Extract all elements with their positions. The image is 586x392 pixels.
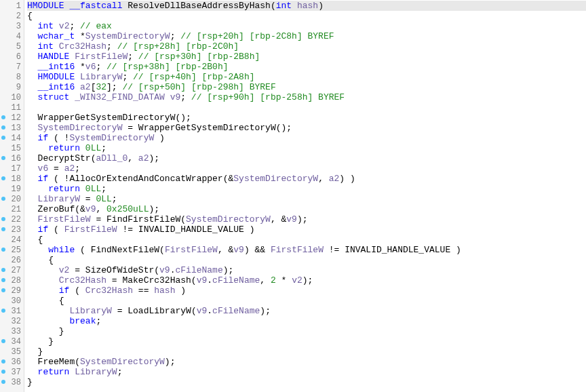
breakpoint-marker[interactable] (1, 359, 5, 364)
breakpoint-marker[interactable] (1, 156, 5, 160)
code-line[interactable]: break; (27, 316, 586, 326)
gutter-line[interactable]: 36 (0, 357, 24, 367)
gutter-line[interactable]: 23 (0, 224, 24, 235)
code-line[interactable]: FirstFileW = FindFirstFileW(SystemDirect… (27, 214, 586, 224)
gutter-line[interactable]: 21 (0, 204, 24, 214)
code-line[interactable]: HMODULE LibraryW; // [rsp+40h] [rbp-2A8h… (27, 72, 586, 82)
gutter-line[interactable]: 5 (0, 41, 24, 52)
code-line[interactable]: return LibraryW; (27, 367, 586, 377)
breakpoint-marker[interactable] (1, 197, 5, 201)
breakpoint-marker[interactable] (1, 125, 5, 130)
gutter-line[interactable]: 29 (0, 286, 24, 296)
gutter-line[interactable]: 35 (0, 347, 24, 357)
breakpoint-marker[interactable] (1, 339, 5, 343)
token-var: v2 (59, 265, 70, 275)
code-line[interactable]: SystemDirectoryW = WrapperGetSystemDirec… (27, 123, 586, 133)
code-line[interactable]: FreeMem(SystemDirectoryW); (27, 357, 586, 367)
code-line[interactable]: HANDLE FirstFileW; // [rsp+30h] [rbp-2B8… (27, 52, 586, 62)
code-line[interactable]: HMODULE __fastcall ResolveDllBaseAddress… (27, 1, 586, 11)
code-line[interactable]: int v2; // eax (27, 21, 586, 31)
gutter-line[interactable]: 9 (0, 82, 24, 92)
code-line[interactable]: while ( FindNextFileW(FirstFileW, &v9) &… (27, 245, 586, 255)
gutter-line[interactable]: 37 (0, 367, 24, 377)
code-line[interactable]: WrapperGetSystemDirectoryW(); (27, 113, 586, 123)
code-line[interactable]: Crc32Hash = MakeCrc32Hash(v9.cFileName, … (27, 275, 586, 286)
breakpoint-marker[interactable] (1, 227, 5, 231)
breakpoint-marker[interactable] (1, 248, 5, 252)
code-line[interactable]: } (27, 336, 586, 347)
gutter-line[interactable]: 22 (0, 214, 24, 224)
gutter-line[interactable]: 25 (0, 245, 24, 255)
breakpoint-marker[interactable] (1, 288, 5, 292)
gutter-line[interactable]: 2 (0, 11, 24, 21)
gutter-line[interactable]: 8 (0, 72, 24, 82)
gutter-line[interactable]: 1 (0, 1, 24, 11)
code-line[interactable]: v2 = SizeOfWideStr(v9.cFileName); (27, 265, 586, 275)
breakpoint-marker[interactable] (1, 380, 5, 384)
gutter-line[interactable]: 32 (0, 316, 24, 326)
code-line[interactable]: { (27, 296, 586, 306)
code-line[interactable]: } (27, 377, 586, 387)
gutter-line[interactable]: 4 (0, 31, 24, 41)
code-line[interactable]: v6 = a2; (27, 163, 586, 174)
code-line[interactable]: { (27, 235, 586, 245)
token-punct (27, 286, 59, 296)
token-punct: ); (260, 306, 271, 316)
breakpoint-marker[interactable] (1, 370, 5, 374)
gutter-line[interactable]: 13 (0, 123, 24, 133)
gutter-line[interactable]: 31 (0, 306, 24, 316)
gutter-line[interactable]: 3 (0, 21, 24, 31)
gutter-line[interactable]: 10 (0, 92, 24, 102)
code-line[interactable]: __int16 a2[32]; // [rsp+50h] [rbp-298h] … (27, 82, 586, 92)
code-line[interactable]: return 0LL; (27, 184, 586, 194)
gutter-line[interactable]: 19 (0, 184, 24, 194)
gutter-line[interactable]: 27 (0, 265, 24, 275)
code-line[interactable]: ZeroBuf(&v9, 0x250uLL); (27, 204, 586, 214)
code-line[interactable] (27, 102, 586, 113)
breakpoint-marker[interactable] (1, 217, 5, 221)
breakpoint-marker[interactable] (1, 278, 5, 282)
code-line[interactable]: struct _WIN32_FIND_DATAW v9; // [rsp+90h… (27, 92, 586, 102)
breakpoint-marker[interactable] (1, 268, 5, 272)
gutter-line[interactable]: 34 (0, 336, 24, 347)
gutter-line[interactable]: 18 (0, 174, 24, 184)
code-line[interactable]: wchar_t *SystemDirectoryW; // [rsp+20h] … (27, 31, 586, 41)
gutter-line[interactable]: 17 (0, 163, 24, 174)
code-line[interactable]: LibraryW = LoadLibraryW(v9.cFileName); (27, 306, 586, 316)
code-line[interactable]: if ( !AllocOrExtendAndConcatWrapper(&Sys… (27, 174, 586, 184)
gutter-line[interactable]: 15 (0, 143, 24, 153)
breakpoint-marker[interactable] (1, 136, 5, 140)
code-line[interactable]: int Crc32Hash; // [rsp+28h] [rbp-2C0h] (27, 41, 586, 52)
breakpoint-marker[interactable] (1, 309, 5, 313)
code-line[interactable]: { (27, 11, 586, 21)
code-line[interactable]: LibraryW = 0LL; (27, 194, 586, 204)
breakpoint-marker[interactable] (1, 176, 5, 180)
gutter-line[interactable]: 7 (0, 62, 24, 72)
breakpoint-marker[interactable] (1, 115, 5, 119)
code-line[interactable]: if ( FirstFileW != INVALID_HANDLE_VALUE … (27, 224, 586, 235)
gutter-line[interactable]: 33 (0, 326, 24, 336)
code-line[interactable]: return 0LL; (27, 143, 586, 153)
gutter-line[interactable]: 24 (0, 235, 24, 245)
gutter-line[interactable]: 11 (0, 102, 24, 113)
gutter-line[interactable]: 14 (0, 133, 24, 143)
gutter-line[interactable]: 26 (0, 255, 24, 265)
gutter-line[interactable]: 38 (0, 377, 24, 387)
code-editor[interactable]: HMODULE __fastcall ResolveDllBaseAddress… (24, 0, 586, 392)
code-line[interactable]: DecryptStr(aDll_0, a2); (27, 153, 586, 163)
gutter-line[interactable]: 20 (0, 194, 24, 204)
gutter-line[interactable]: 30 (0, 296, 24, 306)
code-line[interactable]: } (27, 326, 586, 336)
code-line[interactable]: } (27, 347, 586, 357)
token-call: ZeroBuf (38, 204, 75, 214)
code-line[interactable]: if ( Crc32Hash == hash ) (27, 286, 586, 296)
code-line[interactable]: { (27, 255, 586, 265)
gutter-line[interactable]: 12 (0, 113, 24, 123)
code-line[interactable]: __int16 *v6; // [rsp+38h] [rbp-2B0h] (27, 62, 586, 72)
gutter-line[interactable]: 16 (0, 153, 24, 163)
gutter-line[interactable]: 6 (0, 52, 24, 62)
token-punct: } (27, 326, 64, 336)
code-line[interactable]: if ( !SystemDirectoryW ) (27, 133, 586, 143)
gutter-line[interactable]: 28 (0, 275, 24, 286)
token-punct (27, 357, 38, 367)
